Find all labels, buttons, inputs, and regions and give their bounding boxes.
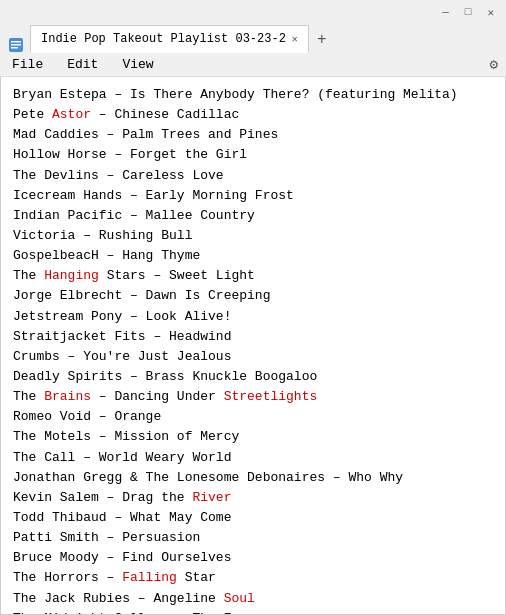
track-item: The Motels – Mission of Mercy bbox=[13, 427, 493, 447]
tab-label: Indie Pop Takeout Playlist 03-23-2 bbox=[41, 32, 286, 46]
track-item: The Jack Rubies – Angeline Soul bbox=[13, 589, 493, 609]
track-item: GospelbeacH – Hang Thyme bbox=[13, 246, 493, 266]
new-tab-button[interactable]: + bbox=[309, 27, 335, 53]
menu-edit[interactable]: Edit bbox=[63, 55, 102, 74]
app-icon bbox=[8, 37, 24, 53]
track-item: The Hanging Stars – Sweet Light bbox=[13, 266, 493, 286]
maximize-button[interactable]: □ bbox=[461, 4, 476, 21]
highlighted-word: Soul bbox=[224, 591, 255, 606]
menu-file[interactable]: File bbox=[8, 55, 47, 74]
track-item: Mad Caddies – Palm Trees and Pines bbox=[13, 125, 493, 145]
track-item: Deadly Spirits – Brass Knuckle Boogaloo bbox=[13, 367, 493, 387]
window-controls[interactable]: — □ ✕ bbox=[438, 4, 498, 21]
close-button[interactable]: ✕ bbox=[483, 4, 498, 21]
svg-rect-3 bbox=[11, 47, 18, 49]
track-item: Indian Pacific – Mallee Country bbox=[13, 206, 493, 226]
track-item: Bryan Estepa – Is There Anybody There? (… bbox=[13, 85, 493, 105]
track-item: The Brains – Dancing Under Streetlights bbox=[13, 387, 493, 407]
highlighted-word: Hanging bbox=[44, 268, 99, 283]
track-item: Straitjacket Fits – Headwind bbox=[13, 327, 493, 347]
highlighted-word: Falling bbox=[122, 570, 177, 585]
track-item: The Devlins – Careless Love bbox=[13, 166, 493, 186]
track-item: Jonathan Gregg & The Lonesome Debonaires… bbox=[13, 468, 493, 488]
track-item: Icecream Hands – Early Morning Frost bbox=[13, 186, 493, 206]
svg-rect-1 bbox=[11, 41, 21, 43]
track-item: The Midnight Callers – The Eraser bbox=[13, 609, 493, 615]
window-controls-row: — □ ✕ bbox=[0, 0, 506, 21]
tabs-row: Indie Pop Takeout Playlist 03-23-2 ✕ + bbox=[0, 21, 506, 53]
track-item: Crumbs – You're Just Jealous bbox=[13, 347, 493, 367]
track-item: Jetstream Pony – Look Alive! bbox=[13, 307, 493, 327]
menu-bar: File Edit View ⚙ bbox=[0, 53, 506, 77]
active-tab[interactable]: Indie Pop Takeout Playlist 03-23-2 ✕ bbox=[30, 25, 309, 53]
track-item: Romeo Void – Orange bbox=[13, 407, 493, 427]
track-item: Kevin Salem – Drag the River bbox=[13, 488, 493, 508]
tab-close-button[interactable]: ✕ bbox=[292, 33, 298, 45]
track-item: Jorge Elbrecht – Dawn Is Creeping bbox=[13, 286, 493, 306]
highlighted-word: River bbox=[192, 490, 231, 505]
track-item: Patti Smith – Persuasion bbox=[13, 528, 493, 548]
track-item: The Call – World Weary World bbox=[13, 448, 493, 468]
highlighted-word: Astor bbox=[52, 107, 91, 122]
highlighted-word: Streetlights bbox=[224, 389, 318, 404]
content-area: Bryan Estepa – Is There Anybody There? (… bbox=[0, 77, 506, 615]
track-item: Bruce Moody – Find Ourselves bbox=[13, 548, 493, 568]
track-item: Todd Thibaud – What May Come bbox=[13, 508, 493, 528]
svg-rect-2 bbox=[11, 44, 21, 46]
gear-icon[interactable]: ⚙ bbox=[490, 56, 498, 73]
track-item: The Horrors – Falling Star bbox=[13, 568, 493, 588]
minimize-button[interactable]: — bbox=[438, 4, 453, 21]
track-item: Pete Astor – Chinese Cadillac bbox=[13, 105, 493, 125]
track-item: Hollow Horse – Forget the Girl bbox=[13, 145, 493, 165]
highlighted-word: Brains bbox=[44, 389, 91, 404]
title-bar-area: — □ ✕ Indie Pop Takeout Playlist 03-23-2… bbox=[0, 0, 506, 77]
menu-view[interactable]: View bbox=[118, 55, 157, 74]
track-item: Victoria – Rushing Bull bbox=[13, 226, 493, 246]
